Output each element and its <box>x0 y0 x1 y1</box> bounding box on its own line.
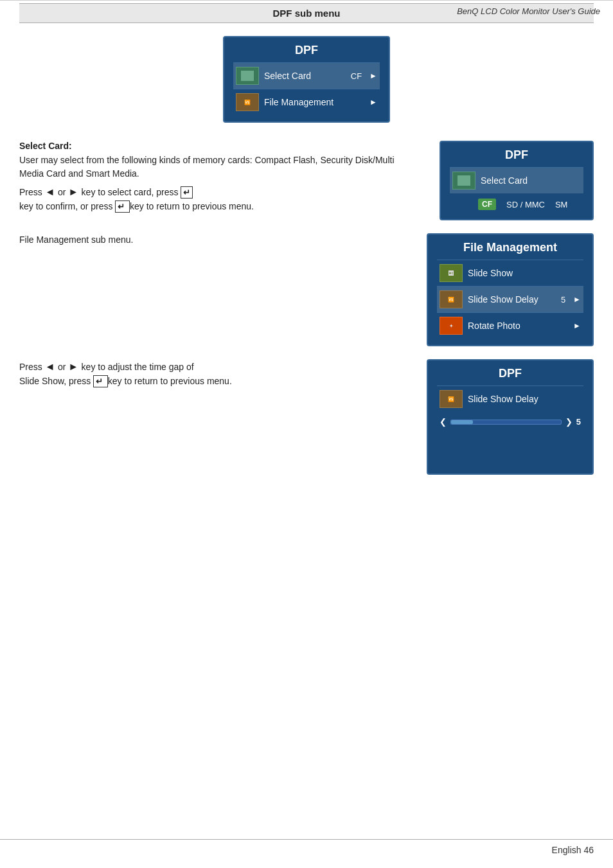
slide-show-delay-row: 🆚 Slide Show Delay 5 ► <box>437 286 583 312</box>
instruction-press-2: Press <box>19 362 42 372</box>
select-card-text: User may select from the following kinds… <box>19 154 420 181</box>
slide-delay-section: Press ◄ or ► key to adjust the time gap … <box>19 359 594 475</box>
slider-track <box>450 420 562 425</box>
slide-show-delay-icon: 🆚 <box>440 290 463 308</box>
slide-delay-osd-label-row: 🆚 Slide Show Delay <box>437 385 583 412</box>
file-management-arrow: ► <box>369 98 377 107</box>
select-card-osd-row: Select Card <box>450 167 583 193</box>
file-management-submenu: File Management 🆏 Slide Show 🆚 Slide Sho… <box>427 233 594 346</box>
left-arrow-key-1: ◄ <box>45 186 58 197</box>
slide-delay-description: Press ◄ or ► key to adjust the time gap … <box>19 359 414 475</box>
cf-option: CF <box>478 199 496 210</box>
file-management-text: File Management sub menu. <box>19 233 407 247</box>
slide-show-text: Slide Show, press <box>19 376 91 386</box>
instruction-return: key to return to previous menu. <box>130 201 254 211</box>
select-card-label: Select Card <box>264 71 346 81</box>
slider-fill <box>451 420 473 424</box>
slider-left-arrow: ❮ <box>440 417 447 427</box>
slide-show-delay-label: Slide Show Delay <box>468 294 556 305</box>
right-arrow-key-2: ► <box>68 361 81 372</box>
slide-delay-instruction: Press ◄ or ► key to adjust the time gap … <box>19 359 407 388</box>
select-card-section: Select Card: User may select from the fo… <box>19 141 594 220</box>
card-options-row: CF SD / MMC SM <box>450 193 583 213</box>
select-card-icon <box>236 67 259 85</box>
main-dpf-osd: DPF Select Card CF ► 🆚 File Management ► <box>223 36 390 123</box>
or-text-1: or <box>58 187 68 197</box>
slider-value: 5 <box>576 417 581 427</box>
or-text-2: or <box>58 362 68 372</box>
instruction-return-2: key to return to previous menu. <box>108 376 232 386</box>
slide-delay-osd: DPF 🆚 Slide Show Delay ❮ ❯ 5 <box>427 359 594 475</box>
slide-delay-menu-container: DPF 🆚 Slide Show Delay ❮ ❯ 5 <box>427 359 594 475</box>
slider-row: ❮ ❯ 5 <box>437 412 583 432</box>
select-card-submenu: DPF Select Card CF SD / MMC SM <box>440 141 594 220</box>
rotate-photo-icon: ✦ <box>440 317 463 335</box>
rotate-photo-arrow: ► <box>573 321 581 330</box>
enter-key-1: ↵ <box>181 186 193 199</box>
select-card-osd-label: Select Card <box>481 175 581 186</box>
file-management-description: File Management sub menu. <box>19 233 414 346</box>
footer: English 46 <box>0 839 613 855</box>
select-card-osd: DPF Select Card CF SD / MMC SM <box>440 141 594 220</box>
right-arrow-key-1: ► <box>68 186 81 197</box>
footer-label: English 46 <box>552 845 594 855</box>
file-management-osd: File Management 🆏 Slide Show 🆚 Slide Sho… <box>427 233 594 346</box>
brand-label: BenQ LCD Color Monitor User's Guide <box>457 6 600 16</box>
slide-show-delay-value: 5 <box>561 295 565 305</box>
select-card-osd-title: DPF <box>450 148 583 162</box>
main-menu-row-file-management: 🆚 File Management ► <box>233 89 380 115</box>
file-management-osd-title: File Management <box>437 241 583 254</box>
slide-show-icon: 🆏 <box>440 264 463 282</box>
select-card-arrow: ► <box>369 71 377 80</box>
select-card-title: Select Card: <box>19 141 420 151</box>
main-menu-row-select-card: Select Card CF ► <box>233 62 380 89</box>
enter-key-2: ↵ <box>115 200 130 213</box>
select-card-instruction: Press ◄ or ► key to select card, press ↵… <box>19 184 420 213</box>
instruction-time-gap: key to adjust the time gap of <box>82 362 194 372</box>
sm-option: SM <box>555 200 568 209</box>
select-card-description: Select Card: User may select from the fo… <box>19 141 427 220</box>
slide-show-label: Slide Show <box>468 268 581 278</box>
select-card-osd-icon <box>452 172 475 190</box>
left-arrow-key-2: ◄ <box>45 361 58 372</box>
slide-delay-osd-label: Slide Show Delay <box>468 394 581 404</box>
slide-delay-osd-icon: 🆚 <box>440 390 463 408</box>
file-management-icon: 🆚 <box>236 93 259 111</box>
sdmmc-option: SD / MMC <box>506 200 545 209</box>
rotate-photo-row: ✦ Rotate Photo ► <box>437 312 583 339</box>
rotate-photo-label: Rotate Photo <box>468 321 568 331</box>
instruction-press-1: Press <box>19 187 42 197</box>
slide-show-row: 🆏 Slide Show <box>437 260 583 286</box>
file-management-label: File Management <box>264 97 364 107</box>
enter-key-3: ↵ <box>93 375 108 387</box>
slide-show-delay-arrow: ► <box>573 295 581 304</box>
main-dpf-menu-container: DPF Select Card CF ► 🆚 File Management ► <box>19 36 594 123</box>
main-dpf-title: DPF <box>233 44 380 57</box>
instruction-confirm: key to confirm, or press <box>19 201 113 211</box>
instruction-mid-1: key to select card, press <box>82 187 179 197</box>
select-card-value: CF <box>351 71 362 81</box>
slide-delay-osd-title: DPF <box>437 367 583 380</box>
file-management-section: File Management sub menu. File Managemen… <box>19 233 594 346</box>
slider-right-arrow: ❯ <box>565 417 573 427</box>
